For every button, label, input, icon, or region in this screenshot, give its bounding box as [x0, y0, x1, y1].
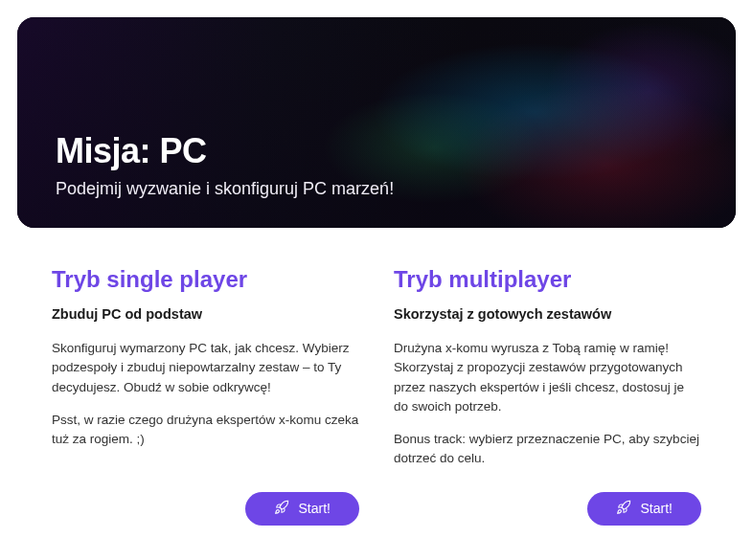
start-button-single[interactable]: Start! — [245, 492, 359, 526]
mode-multi-p2: Bonus track: wybierz przeznaczenie PC, a… — [394, 430, 701, 469]
start-button-multi-label: Start! — [641, 501, 673, 516]
start-button-single-label: Start! — [299, 501, 331, 516]
mode-multiplayer: Tryb multiplayer Skorzystaj z gotowych z… — [394, 266, 701, 526]
hero-banner: Misja: PC Podejmij wyzwanie i skonfiguru… — [17, 17, 736, 228]
mode-multi-body: Drużyna x-komu wyrusza z Tobą ramię w ra… — [394, 339, 701, 482]
mode-multi-p1: Drużyna x-komu wyrusza z Tobą ramię w ra… — [394, 339, 701, 416]
mode-single-subtitle: Zbuduj PC od podstaw — [52, 306, 359, 322]
hero-title: Misja: PC — [56, 131, 394, 171]
rocket-icon — [616, 500, 631, 518]
mode-single-p2: Psst, w razie czego drużyna ekspertów x-… — [52, 411, 359, 450]
start-button-multi[interactable]: Start! — [587, 492, 701, 526]
mode-multi-subtitle: Skorzystaj z gotowych zestawów — [394, 306, 701, 322]
mode-single-body: Skonfiguruj wymarzony PC tak, jak chcesz… — [52, 339, 359, 482]
hero-subtitle: Podejmij wyzwanie i skonfiguruj PC marze… — [56, 179, 394, 199]
mode-single-p1: Skonfiguruj wymarzony PC tak, jak chcesz… — [52, 339, 359, 397]
mode-single-player: Tryb single player Zbuduj PC od podstaw … — [52, 266, 359, 526]
rocket-icon — [274, 500, 289, 518]
mode-multi-title: Tryb multiplayer — [394, 266, 701, 293]
mode-single-title: Tryb single player — [52, 266, 359, 293]
